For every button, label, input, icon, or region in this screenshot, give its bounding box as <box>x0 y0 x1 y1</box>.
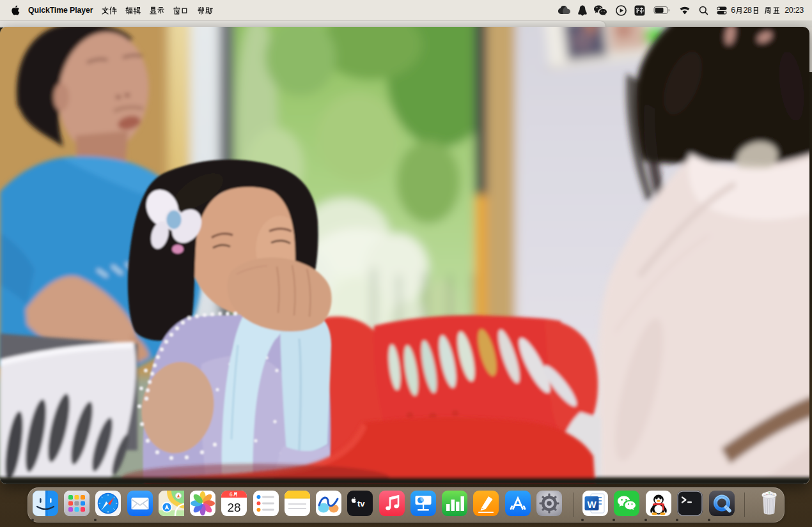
svg-text:tv: tv <box>357 499 365 508</box>
svg-text:6: 6 <box>230 491 233 498</box>
svg-text:28: 28 <box>227 501 240 514</box>
svg-text:W: W <box>587 499 597 510</box>
